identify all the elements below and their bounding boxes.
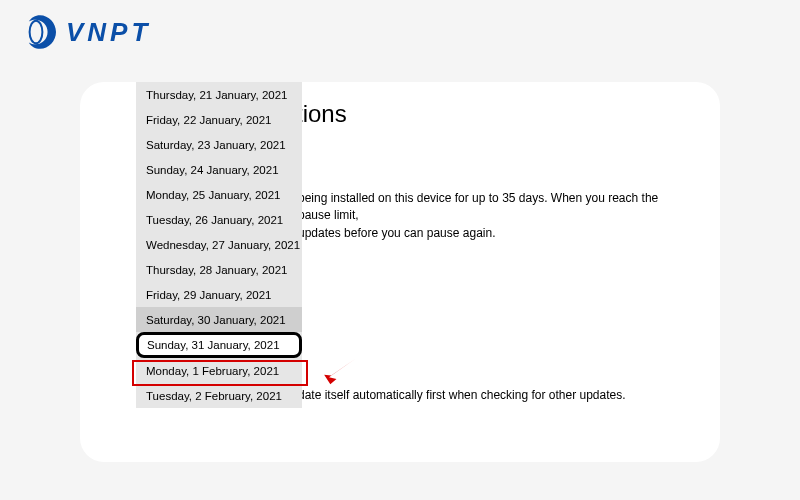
date-option[interactable]: Friday, 29 January, 2021: [136, 282, 302, 307]
brand-logo: VNPT: [20, 12, 151, 52]
pause-description-line1: being installed on this device for up to…: [298, 190, 690, 225]
settings-panel: tions being installed on this device for…: [80, 82, 720, 462]
date-option[interactable]: Tuesday, 2 February, 2021: [136, 383, 302, 408]
date-option[interactable]: Thursday, 21 January, 2021: [136, 82, 302, 107]
pause-description-line2: updates before you can pause again.: [298, 225, 690, 242]
date-option[interactable]: Wednesday, 27 January, 2021: [136, 232, 302, 257]
svg-point-0: [30, 21, 43, 43]
vnpt-logo-icon: [20, 12, 60, 52]
date-option[interactable]: Saturday, 23 January, 2021: [136, 132, 302, 157]
date-option[interactable]: Thursday, 28 January, 2021: [136, 257, 302, 282]
date-option[interactable]: Sunday, 24 January, 2021: [136, 157, 302, 182]
date-option[interactable]: Friday, 22 January, 2021: [136, 107, 302, 132]
date-option[interactable]: Saturday, 30 January, 2021: [136, 307, 302, 332]
brand-logo-text: VNPT: [66, 17, 151, 48]
pause-until-date-dropdown[interactable]: Thursday, 21 January, 2021Friday, 22 Jan…: [136, 82, 302, 408]
auto-update-description: date itself automatically first when che…: [298, 387, 690, 404]
date-option[interactable]: Monday, 1 February, 2021: [136, 358, 302, 383]
date-option[interactable]: Tuesday, 26 January, 2021: [136, 207, 302, 232]
page-title: tions: [296, 100, 690, 128]
date-option[interactable]: Monday, 25 January, 2021: [136, 182, 302, 207]
date-option[interactable]: Sunday, 31 January, 2021: [136, 332, 302, 358]
